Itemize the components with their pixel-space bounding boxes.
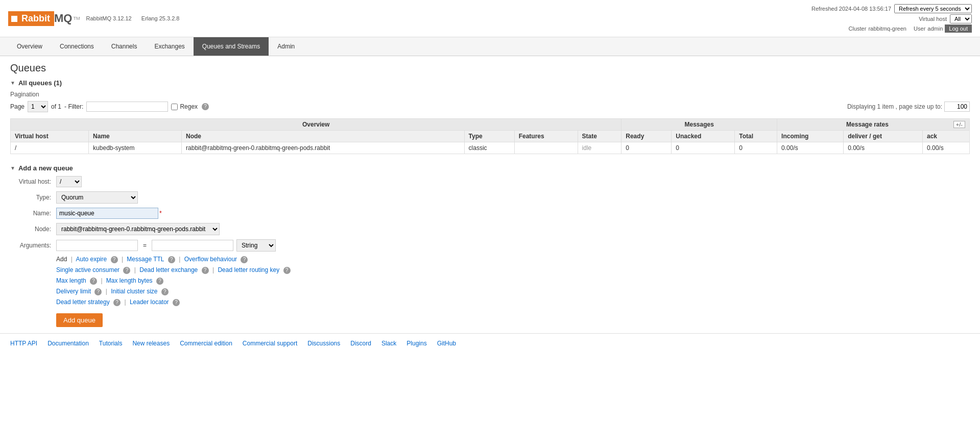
footer-plugins[interactable]: Plugins	[407, 340, 426, 347]
all-queues-section-header[interactable]: ▼ All queues (1)	[10, 79, 970, 87]
type-form-select[interactable]: Quorum Classic Stream	[56, 191, 138, 204]
args-links-row3: Max length ? | Max length bytes ?	[56, 277, 970, 285]
nav-exchanges[interactable]: Exchanges	[146, 37, 193, 56]
max-length-link[interactable]: Max length	[56, 277, 86, 284]
user-value: admin	[927, 26, 943, 32]
add-queue-section-header[interactable]: ▼ Add a new queue	[10, 164, 970, 172]
logo-tm: TM	[73, 16, 80, 21]
overview-header: Overview	[11, 119, 622, 131]
node-row: Node: rabbit@rabbitmq-green-0.rabbitmq-g…	[10, 223, 970, 235]
page-size-input[interactable]	[944, 102, 970, 112]
delivery-limit-help-icon[interactable]: ?	[94, 288, 102, 295]
footer-commercial-support[interactable]: Commercial support	[243, 340, 297, 347]
refresh-select[interactable]: Refresh every 5 seconds Every 10 seconds…	[894, 4, 972, 13]
overflow-behaviour-link[interactable]: Overflow behaviour	[184, 256, 237, 263]
col-virtual-host: Virtual host	[11, 131, 89, 142]
node-form-select[interactable]: rabbit@rabbitmq-green-0.rabbitmq-green-p…	[56, 223, 220, 235]
nav-admin[interactable]: Admin	[269, 37, 303, 56]
nav-connections[interactable]: Connections	[51, 37, 103, 56]
cell-unacked: 0	[672, 142, 735, 154]
dead-letter-strategy-help-icon[interactable]: ?	[113, 299, 121, 306]
all-queues-label: All queues (1)	[18, 79, 62, 87]
vhost-form-select[interactable]: /	[56, 176, 82, 187]
initial-cluster-size-help-icon[interactable]: ?	[161, 288, 169, 295]
col-ack: ack	[922, 131, 969, 142]
virtual-host-row: Virtual host: /	[10, 176, 970, 187]
cell-virtual-host: /	[11, 142, 89, 154]
pagination-right: Displaying 1 item , page size up to:	[847, 102, 970, 112]
dead-letter-routing-key-help-icon[interactable]: ?	[283, 267, 291, 274]
max-length-bytes-link[interactable]: Max length bytes	[106, 277, 153, 284]
args-links-row4: Delivery limit ? | Initial cluster size …	[56, 288, 970, 295]
refreshed-label: Refreshed 2024-04-08 13:56:17	[811, 6, 891, 12]
auto-expire-help-icon[interactable]: ?	[111, 256, 118, 263]
arguments-row: Arguments: = String Number Boolean	[10, 239, 970, 252]
add-queue-button[interactable]: Add queue	[56, 313, 103, 327]
vhost-select[interactable]: All /	[950, 14, 972, 23]
footer-new-releases[interactable]: New releases	[132, 340, 170, 347]
name-required-star: *	[159, 210, 162, 217]
dead-letter-exchange-link[interactable]: Dead letter exchange	[139, 266, 198, 273]
plus-minus-button[interactable]: +/-	[953, 121, 965, 128]
logo-rabbit: Rabbit	[21, 13, 50, 23]
arguments-type-select[interactable]: String Number Boolean	[236, 239, 276, 252]
name-form-input[interactable]	[56, 208, 158, 219]
vhost-form-label: Virtual host:	[10, 178, 56, 185]
col-type: Type	[464, 131, 514, 142]
messages-header: Messages	[622, 119, 777, 131]
page-label: Page	[10, 103, 25, 110]
arguments-key-input[interactable]	[56, 240, 138, 251]
auto-expire-link[interactable]: Auto expire	[76, 256, 107, 263]
regex-checkbox[interactable]	[171, 104, 178, 110]
regex-help-icon[interactable]: ?	[202, 103, 209, 110]
col-features: Features	[514, 131, 578, 142]
footer-commercial-edition[interactable]: Commercial edition	[180, 340, 232, 347]
cell-incoming: 0.00/s	[777, 142, 844, 154]
single-active-consumer-help-icon[interactable]: ?	[123, 267, 130, 274]
col-name: Name	[89, 131, 182, 142]
dead-letter-strategy-link[interactable]: Dead letter strategy	[56, 298, 110, 306]
add-label: Add	[56, 256, 67, 263]
message-ttl-help-icon[interactable]: ?	[168, 256, 175, 263]
dead-letter-exchange-help-icon[interactable]: ?	[202, 267, 209, 274]
message-rates-header: Message rates +/-	[777, 119, 970, 131]
footer-documentation[interactable]: Documentation	[47, 340, 89, 347]
leader-locator-help-icon[interactable]: ?	[173, 299, 180, 306]
arguments-eq-sign: =	[143, 242, 147, 249]
arguments-form-label: Arguments:	[10, 242, 56, 249]
col-deliver-get: deliver / get	[844, 131, 923, 142]
initial-cluster-size-link[interactable]: Initial cluster size	[111, 288, 157, 295]
footer-discussions[interactable]: Discussions	[307, 340, 340, 347]
max-length-bytes-help-icon[interactable]: ?	[156, 278, 163, 285]
col-ready: Ready	[622, 131, 672, 142]
dead-letter-routing-key-link[interactable]: Dead letter routing key	[218, 266, 279, 273]
col-node: Node	[182, 131, 465, 142]
max-length-help-icon[interactable]: ?	[90, 278, 97, 285]
refresh-row: Refreshed 2024-04-08 13:56:17 Refresh ev…	[811, 4, 972, 13]
page-select[interactable]: 1	[28, 101, 48, 112]
logout-button[interactable]: Log out	[945, 24, 972, 33]
displaying-label: Displaying 1 item , page size up to:	[847, 103, 942, 110]
type-row: Type: Quorum Classic Stream	[10, 191, 970, 204]
nav-overview[interactable]: Overview	[8, 37, 51, 56]
leader-locator-link[interactable]: Leader locator	[130, 298, 169, 306]
nav-channels[interactable]: Channels	[103, 37, 146, 56]
footer-tutorials[interactable]: Tutorials	[99, 340, 123, 347]
col-total: Total	[735, 131, 777, 142]
arguments-value-input[interactable]	[152, 240, 233, 251]
footer-slack[interactable]: Slack	[381, 340, 396, 347]
footer-github[interactable]: GitHub	[437, 340, 456, 347]
overflow-behaviour-help-icon[interactable]: ?	[241, 256, 248, 263]
message-ttl-link[interactable]: Message TTL	[127, 256, 164, 263]
queue-table: Overview Messages Message rates +/- Virt…	[10, 118, 970, 154]
footer-http-api[interactable]: HTTP API	[10, 340, 37, 347]
single-active-consumer-link[interactable]: Single active consumer	[56, 266, 119, 273]
header: Rabbit MQ TM RabbitMQ 3.12.12 Erlang 25.…	[0, 0, 980, 37]
add-queue-section-label: Add a new queue	[18, 164, 73, 172]
delivery-limit-link[interactable]: Delivery limit	[56, 288, 91, 295]
filter-input[interactable]	[86, 102, 168, 112]
table-row[interactable]: /kubedb-systemrabbit@rabbitmq-green-0.ra…	[11, 142, 970, 154]
footer-discord[interactable]: Discord	[350, 340, 371, 347]
nav-queues-streams[interactable]: Queues and Streams	[194, 37, 269, 56]
regex-label: Regex	[171, 103, 198, 110]
